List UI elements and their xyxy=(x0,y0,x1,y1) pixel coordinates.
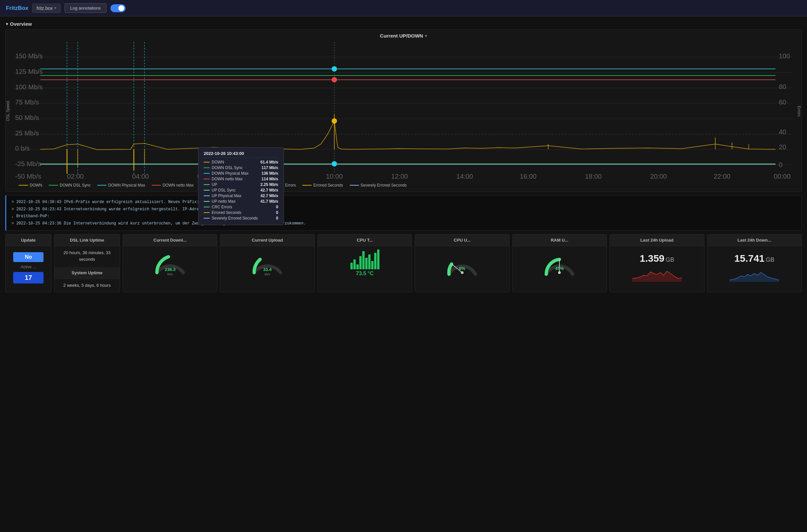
last24h-download-body: 15.741 GB xyxy=(708,246,801,286)
uptime-panel: DSL Link Uptime 20 hours, 36 minutes, 33… xyxy=(54,234,120,292)
chart-y-right-label: Errors xyxy=(792,42,801,180)
cpu-usage-gauge-svg: 8% xyxy=(444,249,480,276)
svg-text:80: 80 xyxy=(778,83,786,90)
last24h-download-header: Last 24h Down... xyxy=(708,234,801,246)
current-download-body: 238.3 kb/s xyxy=(123,246,217,280)
svg-point-62 xyxy=(558,271,561,274)
dsl-uptime-value: 20 hours, 36 minutes, 33 seconds xyxy=(58,249,116,262)
chart-plot-area[interactable]: 150 Mb/s 125 Mb/s 100 Mb/s 75 Mb/s 50 Mb… xyxy=(14,42,792,180)
update-no-button[interactable]: No xyxy=(13,252,43,262)
svg-text:20:00: 20:00 xyxy=(650,173,667,180)
current-upload-panel: Current Upload 33.4 kb/s xyxy=(220,234,315,292)
legend-crc: CRC Errors xyxy=(264,183,296,188)
svg-text:12:00: 12:00 xyxy=(391,173,408,180)
svg-text:00:00: 00:00 xyxy=(774,173,790,180)
current-upload-header: Current Upload xyxy=(220,234,314,246)
last24h-upload-header: Last 24h Upload xyxy=(610,234,704,246)
log-entry-4: > 2022-10-25 04:23:36 Die Internetverbin… xyxy=(12,220,796,227)
annotations-toggle[interactable] xyxy=(110,4,126,12)
svg-text:kb/s: kb/s xyxy=(265,272,270,276)
svg-text:04:00: 04:00 xyxy=(132,173,149,180)
bottom-panels: Update No Active ... 17 DSL Link Uptime … xyxy=(5,234,802,292)
legend-severely: Severely Errored Seconds xyxy=(350,183,407,188)
svg-text:238.3: 238.3 xyxy=(165,267,175,272)
svg-point-50 xyxy=(332,66,337,72)
svg-point-52 xyxy=(332,118,337,124)
svg-text:16:00: 16:00 xyxy=(520,173,537,180)
chart-title-text: Current UP/DOWN xyxy=(380,33,423,39)
legend-down-phys: DOWN Physical Max xyxy=(97,183,145,188)
legend-down-phys-color xyxy=(97,185,107,186)
legend-up-netto-label: UP netto Max xyxy=(234,183,258,188)
cpu-temp-panel: CPU T... 73.5 °C xyxy=(317,234,412,292)
svg-point-51 xyxy=(332,77,337,82)
chart-title-chevron: ▾ xyxy=(425,34,427,38)
update-panel: Update No Active ... 17 xyxy=(5,234,52,292)
svg-text:10:00: 10:00 xyxy=(326,173,343,180)
svg-text:-50 Mb/s: -50 Mb/s xyxy=(15,173,41,180)
chart-legend: DOWN DOWN DSL Sync DOWN Physical Max DOW… xyxy=(6,180,801,191)
log-area: > 2022-10-25 04:38:43 IPv6-Präfix wurde … xyxy=(5,195,802,231)
svg-text:22:00: 22:00 xyxy=(714,173,731,180)
svg-text:20: 20 xyxy=(778,144,786,151)
svg-text:kb/s: kb/s xyxy=(167,272,173,276)
legend-down-dsl: DOWN DSL Sync xyxy=(49,183,91,188)
legend-down: DOWN xyxy=(19,183,42,188)
svg-text:33.4: 33.4 xyxy=(263,267,271,272)
chart-area: DSL Speed 150 Mb/ xyxy=(6,42,801,180)
svg-text:45%: 45% xyxy=(555,266,564,271)
last24h-upload-panel: Last 24h Upload 1.359 GB xyxy=(609,234,704,292)
overview-label-text: Overview xyxy=(10,21,32,27)
last24h-upload-value: 1.359 xyxy=(640,253,664,264)
legend-down-netto: DOWN netto Max xyxy=(152,183,193,188)
cpu-bar-6 xyxy=(365,258,368,269)
log-annotations-button[interactable]: Log annotations xyxy=(64,3,107,13)
main-chart-container: Current UP/DOWN ▾ DSL Speed xyxy=(5,29,802,192)
legend-severely-color xyxy=(350,185,359,186)
cpu-bar-1 xyxy=(351,263,353,269)
legend-crc-color xyxy=(264,185,274,186)
cpu-temp-body: 73.5 °C xyxy=(318,246,412,280)
legend-down-color xyxy=(19,185,28,186)
log-entry-1: > 2022-10-25 04:38:43 IPv6-Präfix wurde … xyxy=(12,199,796,206)
svg-text:18:00: 18:00 xyxy=(585,173,602,180)
svg-text:25 Mb/s: 25 Mb/s xyxy=(15,130,39,137)
log-entry-2: > 2022-10-25 04:23:43 Internetverbindung… xyxy=(12,206,796,213)
current-upload-body: 33.4 kb/s xyxy=(220,246,314,280)
chart-title: Current UP/DOWN ▾ xyxy=(6,33,801,39)
download-gauge-svg: 238.3 kb/s xyxy=(150,249,190,276)
brand-label[interactable]: FritzBox xyxy=(6,5,29,12)
ram-usage-panel: RAM U... 45% xyxy=(512,234,607,292)
active-value-button[interactable]: 17 xyxy=(13,272,43,283)
legend-up-netto-color xyxy=(223,185,232,186)
ram-usage-header: RAM U... xyxy=(513,234,606,246)
legend-up-netto: UP netto Max xyxy=(223,183,258,188)
svg-text:08:00: 08:00 xyxy=(262,173,279,180)
hostname-dropdown[interactable]: fritz.box ▾ xyxy=(32,4,61,13)
legend-down-netto-color xyxy=(152,185,161,186)
overview-arrow: ▾ xyxy=(6,22,8,26)
dsl-uptime-header: DSL Link Uptime xyxy=(54,234,120,246)
dsl-uptime-body: 20 hours, 36 minutes, 33 seconds xyxy=(54,246,120,266)
legend-down-netto-label: DOWN netto Max xyxy=(163,183,193,188)
cpu-bar-2 xyxy=(353,260,356,269)
svg-text:60: 60 xyxy=(778,98,786,106)
last24h-download-panel: Last 24h Down... 15.741 GB xyxy=(707,234,802,292)
cpu-bar-8 xyxy=(371,261,374,269)
svg-text:100 Mb/s: 100 Mb/s xyxy=(15,83,42,91)
cpu-bar-3 xyxy=(356,264,359,269)
last24h-upload-unit: GB xyxy=(665,256,674,263)
system-uptime-header: System Uptime xyxy=(54,267,120,279)
system-uptime-value: 2 weeks, 5 days, 6 hours xyxy=(58,282,116,289)
svg-text:50 Mb/s: 50 Mb/s xyxy=(15,114,39,121)
legend-up-color xyxy=(200,185,209,186)
hostname-text: fritz.box xyxy=(37,6,53,11)
svg-point-53 xyxy=(332,161,337,167)
legend-down-label: DOWN xyxy=(30,183,42,188)
svg-text:150 Mb/s: 150 Mb/s xyxy=(15,52,42,60)
svg-text:0: 0 xyxy=(778,161,782,168)
cpu-usage-body: 8% xyxy=(415,246,509,280)
legend-down-phys-label: DOWN Physical Max xyxy=(108,183,145,188)
cpu-bar-4 xyxy=(359,256,362,269)
legend-errored-color xyxy=(302,185,312,186)
